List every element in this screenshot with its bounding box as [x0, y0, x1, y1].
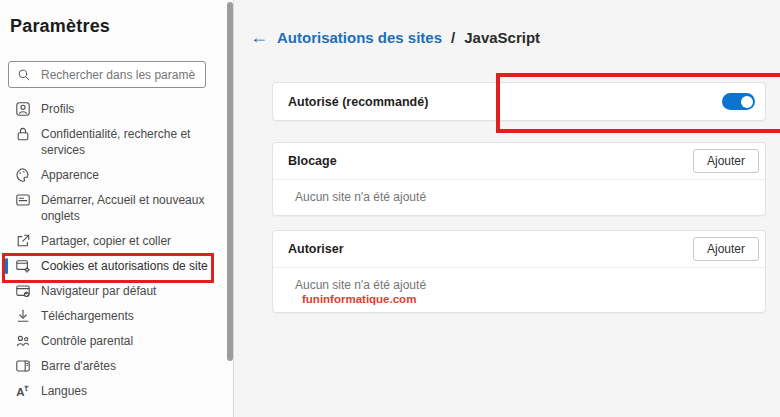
- block-empty-text: Aucun site n'a été ajouté: [295, 190, 426, 204]
- search-input[interactable]: [39, 67, 197, 83]
- allow-empty-state: Aucun site n'a été ajouté funinformatiqu…: [273, 268, 765, 306]
- sidebar-item-label: Cookies et autorisations de site: [41, 258, 208, 274]
- block-section-header: Blocage Ajouter: [273, 143, 765, 180]
- breadcrumb-link-autorisations[interactable]: Autorisations des sites: [277, 29, 442, 46]
- allow-empty-text: Aucun site n'a été ajouté: [295, 278, 426, 292]
- default-browser-icon: [15, 283, 31, 299]
- svg-text:A: A: [16, 385, 24, 397]
- allow-title: Autoriser: [288, 242, 344, 256]
- start-home-tabs-icon: [15, 192, 31, 208]
- sidebar-item-label: Barre d'arêtes: [41, 358, 116, 374]
- sidebar-item-label: Langues: [41, 383, 87, 399]
- sidebar-item-navigateur-par-defaut[interactable]: Navigateur par défaut: [0, 278, 220, 303]
- svg-text:t: t: [25, 383, 28, 392]
- profile-icon: [15, 101, 31, 117]
- sidebar-item-label: Profils: [41, 101, 74, 117]
- sidebar-title: Paramètres: [10, 16, 110, 37]
- sidebar-item-controle-parental[interactable]: Contrôle parental: [0, 328, 220, 353]
- sidebar-item-langues[interactable]: At Langues: [0, 378, 220, 403]
- sidebar-item-cookies-et-autorisations[interactable]: Cookies et autorisations de site: [0, 253, 220, 278]
- family-icon: [15, 333, 31, 349]
- downloads-icon: [15, 308, 31, 324]
- settings-search[interactable]: [8, 61, 206, 88]
- edge-bar-icon: [15, 358, 31, 374]
- sidebar-item-label: Confidentialité, recherche et services: [41, 126, 220, 158]
- allowed-label: Autorisé (recommandé): [288, 95, 428, 109]
- allow-section: Autoriser Ajouter Aucun site n'a été ajo…: [272, 230, 766, 313]
- sidebar-item-label: Navigateur par défaut: [41, 283, 156, 299]
- sidebar-nav: Profils Confidentialité, recherche et se…: [0, 96, 220, 403]
- sidebar-item-profils[interactable]: Profils: [0, 96, 220, 121]
- allow-section-header: Autoriser Ajouter: [273, 231, 765, 268]
- breadcrumb: ← Autorisations des sites / JavaScript: [250, 28, 540, 46]
- privacy-lock-icon: [15, 126, 31, 142]
- block-title: Blocage: [288, 154, 337, 168]
- settings-main: ← Autorisations des sites / JavaScript A…: [235, 0, 780, 417]
- block-section: Blocage Ajouter Aucun site n'a été ajout…: [272, 142, 766, 216]
- allow-add-button[interactable]: Ajouter: [693, 237, 759, 261]
- sidebar-scrollbar-thumb[interactable]: [227, 2, 233, 361]
- javascript-allowed-card: Autorisé (recommandé): [272, 82, 766, 121]
- back-arrow-icon[interactable]: ←: [250, 28, 268, 46]
- appearance-icon: [15, 167, 31, 183]
- sidebar-item-telechargements[interactable]: Téléchargements: [0, 303, 220, 328]
- selected-indicator: [5, 258, 8, 274]
- sidebar-item-label: Démarrer, Accueil et nouveaux onglets: [41, 192, 220, 224]
- breadcrumb-separator: /: [451, 29, 455, 46]
- block-add-button[interactable]: Ajouter: [693, 149, 759, 173]
- sidebar-item-barre-laterale[interactable]: Barre d'arêtes: [0, 353, 220, 378]
- sidebar-item-demarrer[interactable]: Démarrer, Accueil et nouveaux onglets: [0, 187, 220, 228]
- sidebar-item-apparence[interactable]: Apparence: [0, 162, 220, 187]
- settings-sidebar: Paramètres Profils Confidentialité, rech…: [0, 0, 234, 417]
- share-icon: [15, 233, 31, 249]
- sidebar-item-confidentialite[interactable]: Confidentialité, recherche et services: [0, 121, 220, 162]
- javascript-toggle[interactable]: [722, 93, 755, 110]
- block-empty-state: Aucun site n'a été ajouté: [273, 180, 765, 204]
- edge-settings-page: Paramètres Profils Confidentialité, rech…: [0, 0, 780, 417]
- sidebar-item-label: Contrôle parental: [41, 333, 133, 349]
- search-icon: [17, 68, 31, 82]
- cookies-permissions-icon: [15, 258, 31, 274]
- sidebar-item-partager[interactable]: Partager, copier et coller: [0, 228, 220, 253]
- sidebar-item-label: Partager, copier et coller: [41, 233, 171, 249]
- sidebar-item-label: Téléchargements: [41, 308, 134, 324]
- watermark: funinformatique.com: [302, 293, 765, 306]
- sidebar-item-label: Apparence: [41, 167, 99, 183]
- breadcrumb-current: JavaScript: [464, 29, 540, 46]
- languages-icon: At: [15, 383, 31, 399]
